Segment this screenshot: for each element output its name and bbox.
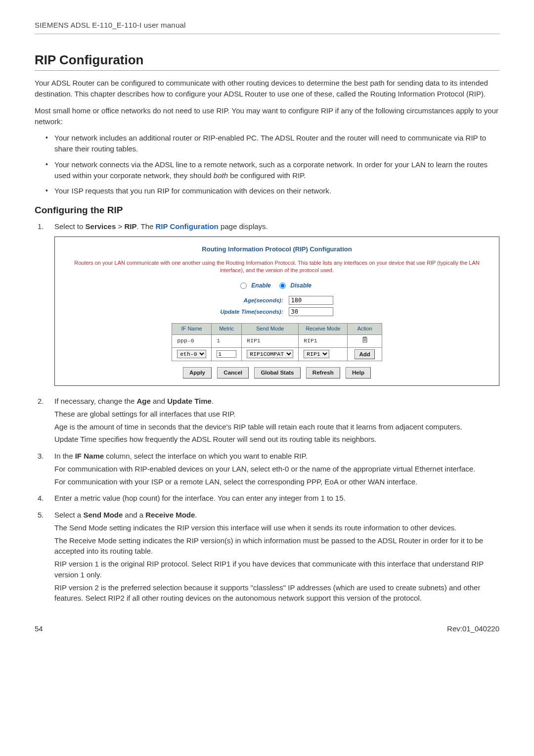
step-text: In the <box>54 452 75 460</box>
cell-send: RIP1COMPAT <box>242 347 299 361</box>
cell-action: Add <box>348 347 382 361</box>
intro-para-2: Most small home or office networks do no… <box>35 105 499 127</box>
bullet-italic: both <box>214 171 228 180</box>
step-text: . <box>195 511 197 519</box>
step-text: page displays. <box>219 222 268 231</box>
enable-radio-label[interactable]: Enable <box>240 282 273 289</box>
trash-icon[interactable] <box>362 336 368 343</box>
step-5: Select a Send Mode and a Receive Mode. T… <box>35 510 499 604</box>
disable-radio[interactable] <box>279 283 286 289</box>
step-text: > <box>116 222 124 231</box>
step-text: . The <box>136 222 155 231</box>
bullet-item: Your network includes an additional rout… <box>35 133 499 154</box>
step-text: and <box>151 397 167 405</box>
age-label: Age(seconds): <box>218 295 286 306</box>
step-bold: Update Time <box>167 397 212 405</box>
cancel-button[interactable]: Cancel <box>217 367 249 378</box>
step-sub: RIP version 2 is the preferred selection… <box>54 582 499 604</box>
step-bold: Services <box>86 222 116 231</box>
page-footer: 54 Rev:01_040220 <box>35 623 499 634</box>
cell-metric: 1 <box>212 335 242 348</box>
section-title: RIP Configuration <box>35 51 499 70</box>
disable-radio-label[interactable]: Disable <box>279 282 313 289</box>
cell-action <box>348 335 382 348</box>
refresh-button[interactable]: Refresh <box>306 367 340 378</box>
step-text: column, select the interface on which yo… <box>104 452 308 460</box>
page-link: RIP Configuration <box>156 222 219 231</box>
sendmode-select[interactable]: RIP1COMPAT <box>247 350 293 358</box>
col-recvmode: Receive Mode <box>299 324 348 335</box>
rip-config-screenshot: Routing Information Protocol (RIP) Confi… <box>54 236 499 386</box>
enable-disable-row: Enable Disable <box>60 279 494 295</box>
title-rule <box>35 70 499 71</box>
step-text: Select to <box>54 222 86 231</box>
cell-send: RIP1 <box>242 335 299 348</box>
step-sub: Age is the amount of time in seconds tha… <box>54 422 499 432</box>
disable-label: Disable <box>290 282 312 289</box>
cell-ifname: ppp-0 <box>172 335 212 348</box>
update-time-input[interactable] <box>289 307 333 316</box>
step-sub: These are global settings for all interf… <box>54 409 499 420</box>
revision-label: Rev:01_040220 <box>447 623 499 634</box>
step-sub: The Receive Mode setting indicates the R… <box>54 535 499 557</box>
step-text: and a <box>123 511 145 519</box>
metric-input[interactable] <box>217 350 236 358</box>
table-row: eth-0 RIP1COMPAT RIP1 Add <box>172 347 382 361</box>
step-text: If necessary, change the <box>54 397 137 405</box>
step-text: . <box>212 397 214 405</box>
bullet-item: Your ISP requests that you run RIP for c… <box>35 186 499 196</box>
rip-panel-title: Routing Information Protocol (RIP) Confi… <box>60 242 494 259</box>
step-sub: For communication with RIP-enabled devic… <box>54 464 499 474</box>
svg-rect-4 <box>363 337 366 338</box>
table-header-row: IF Name Metric Send Mode Receive Mode Ac… <box>172 324 382 335</box>
page-number: 54 <box>35 623 43 634</box>
col-action: Action <box>348 324 382 335</box>
rip-panel-note: Routers on your LAN communicate with one… <box>60 259 494 279</box>
page-header: SIEMENS ADSL E-110_E-110-I user manual <box>35 20 499 34</box>
step-bold: Send Mode <box>83 511 123 519</box>
bullet-item: Your network connects via the ADSL line … <box>35 159 499 181</box>
bullet-list: Your network includes an additional rout… <box>35 133 499 196</box>
step-sub: Update Time specifies how frequently the… <box>54 434 499 445</box>
step-1: Select to Services > RIP. The RIP Config… <box>35 221 499 386</box>
cell-ifname: eth-0 <box>172 347 212 361</box>
step-4: Enter a metric value (hop count) for the… <box>35 493 499 504</box>
step-bold: Receive Mode <box>145 511 195 519</box>
bullet-text: be configured with RIP. <box>228 171 306 180</box>
apply-button[interactable]: Apply <box>183 367 212 378</box>
update-time-label: Update Time(seconds): <box>218 306 286 317</box>
recvmode-select[interactable]: RIP1 <box>304 350 329 358</box>
step-text: Select a <box>54 511 83 519</box>
intro-para-1: Your ADSL Router can be configured to co… <box>35 78 499 99</box>
step-bold: IF Name <box>75 452 104 460</box>
col-ifname: IF Name <box>172 324 212 335</box>
ifname-select[interactable]: eth-0 <box>177 350 206 358</box>
enable-radio[interactable] <box>240 283 247 289</box>
subsection-title: Configuring the RIP <box>35 203 499 217</box>
button-row: Apply Cancel Global Stats Refresh Help <box>60 367 494 378</box>
step-list: Select to Services > RIP. The RIP Config… <box>35 221 499 604</box>
global-stats-button[interactable]: Global Stats <box>254 367 300 378</box>
col-metric: Metric <box>212 324 242 335</box>
age-input[interactable] <box>289 296 333 305</box>
cell-recv: RIP1 <box>299 347 348 361</box>
cell-recv: RIP1 <box>299 335 348 348</box>
step-sub: The Send Mode setting indicates the RIP … <box>54 522 499 533</box>
step-3: In the IF Name column, select the interf… <box>35 451 499 487</box>
time-settings: Age(seconds): Update Time(seconds): <box>218 295 337 317</box>
help-button[interactable]: Help <box>346 367 371 378</box>
col-sendmode: Send Mode <box>242 324 299 335</box>
step-bold: RIP <box>124 222 136 231</box>
table-row: ppp-0 1 RIP1 RIP1 <box>172 335 382 348</box>
rip-interfaces-table: IF Name Metric Send Mode Receive Mode Ac… <box>172 323 382 361</box>
step-sub: For communication with your ISP or a rem… <box>54 476 499 487</box>
step-2: If necessary, change the Age and Update … <box>35 396 499 445</box>
step-bold: Age <box>137 397 151 405</box>
cell-metric <box>212 347 242 361</box>
step-sub: RIP version 1 is the original RIP protoc… <box>54 559 499 580</box>
enable-label: Enable <box>251 282 270 289</box>
add-button[interactable]: Add <box>355 349 374 360</box>
